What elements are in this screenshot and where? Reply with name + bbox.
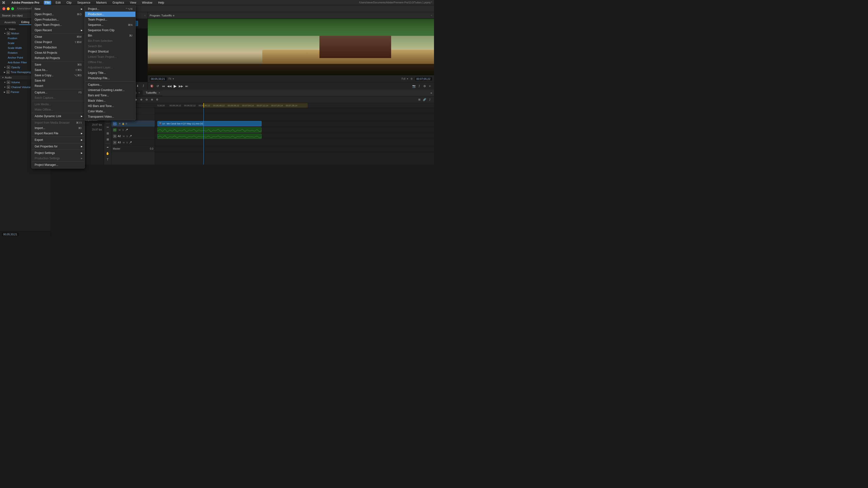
menubar-item-file[interactable]: File — [44, 1, 51, 5]
tl-extract[interactable]: ⊗ — [150, 98, 154, 102]
seq-tab-tudoriffic[interactable]: Tudoriffic × — [144, 90, 162, 95]
audio-clip-a1[interactable] — [157, 127, 261, 133]
maximize-window-button[interactable] — [11, 7, 14, 10]
a1-solo[interactable]: S — [122, 129, 124, 131]
menu-item-batch-capture[interactable]: Batch Capture... — [32, 95, 85, 100]
menu-item-get-properties[interactable]: Get Properties for — [32, 144, 85, 149]
v1-active-btn[interactable]: V1 — [113, 122, 117, 125]
video-clip-block[interactable]: 🎬 14 - We Canal See It (27-May-11).mov [… — [157, 121, 261, 126]
timeline-panel-menu[interactable]: ≡ — [431, 92, 432, 94]
chevron-down-icon[interactable]: ▾ — [173, 77, 174, 80]
type-tool-button[interactable]: T — [105, 157, 111, 162]
new-submenu-linked-team[interactable]: Linked Team Project... — [85, 54, 135, 60]
a3-mic[interactable]: 🎤 — [129, 141, 132, 144]
menu-item-open-project[interactable]: Open Project... ⌘O — [32, 11, 85, 17]
a2-mute[interactable]: M — [122, 135, 125, 138]
menu-item-save-as[interactable]: Save As... ⇧⌘S — [32, 67, 85, 73]
slip-tool[interactable]: ⊞ — [105, 131, 111, 136]
menu-item-new[interactable]: New — [32, 6, 85, 11]
menubar-item-edit[interactable]: Edit — [55, 1, 62, 5]
new-submenu-project[interactable]: Project... ⌃⌥N — [85, 6, 135, 11]
tab-assembly[interactable]: Assembly — [2, 20, 19, 25]
opacity-toggle[interactable]: ▼ — [4, 66, 6, 68]
panner-toggle[interactable]: ▶ — [4, 91, 5, 93]
menu-item-open-recent[interactable]: Open Recent — [32, 28, 85, 33]
razor-tool-button[interactable]: ✂ — [105, 125, 111, 130]
new-submenu-production[interactable]: Production... — [85, 11, 135, 17]
prog-go-end[interactable]: ⏭ — [185, 84, 189, 88]
a1-mic[interactable]: 🎤 — [125, 129, 128, 131]
motion-toggle[interactable]: ▼ — [4, 32, 6, 35]
menu-item-close-production[interactable]: Close Production — [32, 45, 85, 50]
source-overwrite-button[interactable]: ⬇ — [135, 84, 140, 88]
program-quality-chevron[interactable]: ▾ — [407, 77, 408, 80]
new-submenu-team-project[interactable]: Team Project... — [85, 17, 135, 22]
program-monitor-menu[interactable]: ≡ — [431, 14, 432, 17]
menu-item-refresh-all[interactable]: Refresh All Projects — [32, 56, 85, 61]
a2-solo[interactable]: S — [126, 135, 129, 138]
tl-filter[interactable]: ⊞ — [417, 98, 422, 102]
source-insert-button[interactable]: ⬇ — [135, 84, 140, 88]
prog-shuttle-left[interactable]: 🔇 — [150, 84, 154, 88]
hand-tool-button[interactable]: ✋ — [105, 151, 111, 156]
menubar-item-window[interactable]: Window — [141, 1, 154, 5]
channel-volume-toggle[interactable]: ▼ — [4, 86, 6, 88]
prog-export-icon[interactable]: ⤴ — [417, 84, 422, 88]
a3-mute[interactable]: M — [122, 141, 125, 144]
menubar-item-premiere[interactable]: Adobe Premiere Pro — [10, 1, 40, 5]
new-submenu-adjustment[interactable]: Adjustment Layer... — [85, 65, 135, 70]
menu-item-import-recent[interactable]: Import Recent File — [32, 131, 85, 136]
seq-close-button[interactable]: × — [138, 91, 140, 94]
menu-item-close[interactable]: Close ⌘W — [32, 34, 85, 39]
menu-item-production-settings[interactable]: Production Settings — [32, 156, 85, 161]
menu-item-export[interactable]: Export — [32, 137, 85, 142]
tab-editing[interactable]: Editing — [19, 20, 32, 25]
source-monitor-menu[interactable]: ≡ — [144, 14, 146, 17]
audio-clip-a2[interactable] — [157, 134, 261, 139]
slide-tool[interactable]: ⊠ — [105, 137, 111, 142]
menu-item-save[interactable]: Save ⌘S — [32, 62, 85, 67]
a2-mic[interactable]: 🎤 — [129, 135, 132, 138]
menu-item-capture[interactable]: Capture... F5 — [32, 90, 85, 95]
menu-item-open-production[interactable]: Open Production... — [32, 17, 85, 22]
tl-insert[interactable]: ⊕ — [139, 98, 144, 102]
menubar-item-help[interactable]: Help — [157, 1, 165, 5]
tl-lift[interactable]: ⊖ — [144, 98, 149, 102]
audio-section-toggle[interactable]: ▼ — [2, 76, 4, 79]
source-export-button[interactable]: ⤴ — [141, 84, 146, 88]
menu-item-project-settings[interactable]: Project Settings — [32, 150, 85, 156]
a3-solo[interactable]: S — [126, 141, 129, 144]
menu-item-close-project[interactable]: Close Project ⇧⌘W — [32, 39, 85, 45]
new-submenu-bars-tone[interactable]: Bars and Tone... — [85, 93, 135, 98]
new-submenu-bin-selection[interactable]: Bin From Selection — [85, 38, 135, 43]
new-submenu-color-matte[interactable]: Color Matte... — [85, 109, 135, 114]
prog-add-icon[interactable]: + — [428, 84, 432, 88]
menu-item-open-team[interactable]: Open Team Project... — [32, 22, 85, 28]
menubar-item-markers[interactable]: Markers — [95, 1, 108, 5]
close-window-button[interactable] — [2, 7, 5, 10]
menu-item-save-copy[interactable]: Save a Copy... ⌥⌘S — [32, 73, 85, 78]
prog-camera-icon[interactable]: 📷 — [412, 84, 416, 88]
prog-step-fwd[interactable]: ▶▶ — [179, 84, 183, 88]
menu-item-save-all[interactable]: Save All — [32, 78, 85, 83]
menubar-item-graphics[interactable]: Graphics — [111, 1, 125, 5]
a1-mute[interactable]: M — [118, 129, 121, 131]
new-submenu-counting-leader[interactable]: Universal Counting Leader... — [85, 87, 135, 93]
prog-loop[interactable]: ↺ — [155, 84, 160, 88]
menu-item-link-media[interactable]: Link Media... — [32, 102, 85, 107]
new-submenu-sequence[interactable]: Sequence... ⌘N — [85, 22, 135, 28]
menubar-item-sequence[interactable]: Sequence — [76, 1, 92, 5]
menu-item-revert[interactable]: Revert — [32, 83, 85, 89]
new-submenu-legacy-title[interactable]: Legacy Title... — [85, 70, 135, 75]
minimize-window-button[interactable] — [7, 7, 10, 10]
v1-toggle-vis[interactable]: 👁 — [118, 122, 121, 125]
seq-active-close-button[interactable]: × — [159, 91, 160, 94]
new-submenu-offline-file[interactable]: Offline File... — [85, 60, 135, 65]
prog-go-start[interactable]: ⏮ — [161, 84, 166, 88]
new-submenu-captions[interactable]: Captions... — [85, 82, 135, 87]
v1-settings[interactable]: ⚙ — [125, 122, 128, 125]
new-submenu-hd-bars[interactable]: HD Bars and Tone... — [85, 103, 135, 109]
a1-sync-btn[interactable]: A1 — [113, 128, 117, 132]
program-settings-icon[interactable]: ⚙ — [410, 77, 413, 80]
new-submenu-project-shortcut[interactable]: Project Shortcut — [85, 49, 135, 54]
